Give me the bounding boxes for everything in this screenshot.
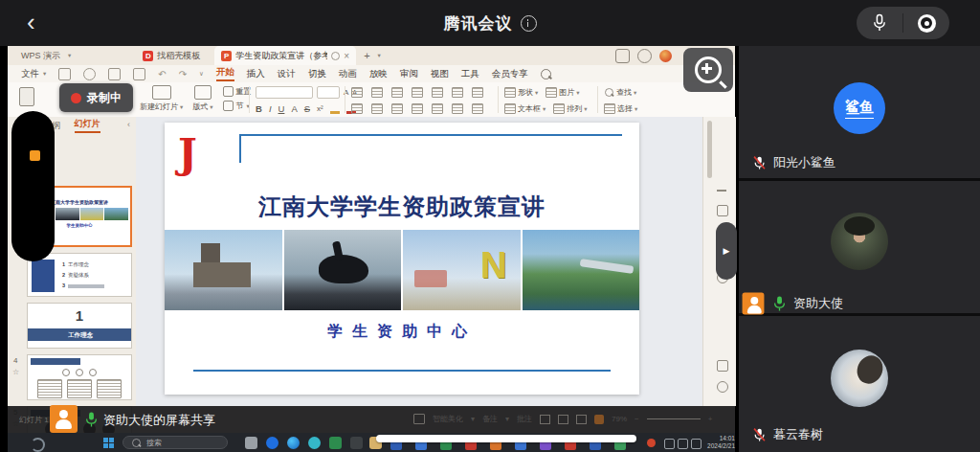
floating-widget-overlay[interactable] xyxy=(11,111,55,261)
tab-presentation[interactable]: P 学生资助政策宣讲（参考资料 × xyxy=(214,46,356,65)
shapes-button[interactable]: 形状 ▾ xyxy=(504,87,538,98)
start-button[interactable] xyxy=(103,438,114,448)
app-caret-icon[interactable]: ▾ xyxy=(68,52,71,59)
current-slide[interactable]: J 江南大学学生资助政策宣讲 N xyxy=(165,123,639,395)
italic-button[interactable]: I xyxy=(269,103,272,114)
superscript-button[interactable]: x² xyxy=(317,104,323,113)
taskbar-search[interactable]: 搜索 xyxy=(122,436,228,449)
zoom-magnifier-button[interactable] xyxy=(683,48,733,92)
menu-tools[interactable]: 工具 xyxy=(461,68,479,80)
menu-insert[interactable]: 插入 xyxy=(247,68,265,80)
app-icon-green[interactable] xyxy=(329,437,342,449)
info-icon[interactable] xyxy=(521,15,537,32)
tab-slides[interactable]: 幻灯片 xyxy=(75,118,100,133)
mic-button[interactable] xyxy=(857,13,902,33)
save-icon[interactable] xyxy=(58,68,71,80)
panel-collapse-icon[interactable]: ‹ xyxy=(127,120,130,129)
quickbar-caret-icon[interactable]: ∨ xyxy=(199,70,204,78)
columns-icon[interactable] xyxy=(472,87,483,98)
spacing-icon[interactable] xyxy=(432,87,443,98)
normal-view-icon[interactable] xyxy=(540,415,550,424)
rail-properties-icon[interactable] xyxy=(717,205,728,216)
align-center-icon[interactable] xyxy=(371,103,383,114)
user-avatar[interactable] xyxy=(659,50,672,62)
beautify-icon[interactable] xyxy=(413,414,425,424)
slide-thumb-3[interactable]: 1 工作理念 xyxy=(27,303,132,349)
paste-button[interactable] xyxy=(19,87,34,110)
text-direction-icon[interactable] xyxy=(452,87,463,98)
cloud-icon[interactable] xyxy=(133,68,145,80)
file-menu[interactable]: 文件 xyxy=(21,68,39,80)
reset-button[interactable]: 重置 xyxy=(223,86,252,97)
bullets-icon[interactable] xyxy=(351,87,363,98)
new-slide-button[interactable]: 新建幻灯片 ▾ xyxy=(140,85,183,112)
zoom-out-icon[interactable]: − xyxy=(635,415,639,423)
pen-icon[interactable] xyxy=(691,439,702,449)
menu-review[interactable]: 审阅 xyxy=(400,68,418,80)
widgets-icon[interactable] xyxy=(31,438,45,452)
redo-icon[interactable]: ↷ xyxy=(179,69,187,79)
menu-design[interactable]: 设计 xyxy=(278,68,296,80)
notes-label[interactable]: 备注 xyxy=(482,414,498,424)
zoom-in-icon[interactable]: + xyxy=(708,415,713,423)
print-icon[interactable] xyxy=(108,68,121,80)
edge-icon[interactable] xyxy=(287,437,300,449)
undo-icon[interactable]: ↶ xyxy=(158,69,166,79)
indent-icon[interactable] xyxy=(412,87,423,98)
highlight-color-button[interactable] xyxy=(330,102,340,114)
tablist-caret-icon[interactable]: ▾ xyxy=(378,52,381,59)
tab-docer[interactable]: D 找稻壳模板 xyxy=(136,46,207,65)
recording-badge[interactable]: 录制中 xyxy=(59,83,133,112)
align-right-icon[interactable] xyxy=(391,103,403,114)
wifi-icon[interactable] xyxy=(664,439,675,449)
distribute-icon[interactable] xyxy=(432,103,443,114)
tray-app-icon[interactable] xyxy=(647,439,656,447)
app-icon-dark[interactable] xyxy=(350,437,363,449)
section-button[interactable]: 节 ▾ xyxy=(223,101,252,111)
globe-icon[interactable] xyxy=(637,49,652,63)
slide-thumb-4[interactable] xyxy=(27,354,132,400)
read-view-icon[interactable] xyxy=(576,415,587,424)
menu-member[interactable]: 会员专享 xyxy=(492,68,528,80)
arrange-button[interactable]: 排列 ▾ xyxy=(553,103,587,114)
select-button[interactable]: 选择 ▾ xyxy=(604,103,637,114)
floating-toolbar-pill[interactable] xyxy=(376,435,636,442)
layout-button[interactable]: 版式 ▾ xyxy=(192,85,212,112)
numbering-icon[interactable] xyxy=(371,87,383,98)
line-spacing-icon[interactable] xyxy=(452,103,463,114)
underline-button[interactable]: U xyxy=(278,103,285,114)
menu-transition[interactable]: 切换 xyxy=(308,68,326,80)
play-slideshow-icon[interactable] xyxy=(594,415,604,424)
slide-thumb-2[interactable]: 1工作理念 2资助体系 3 xyxy=(27,253,132,297)
menu-slideshow[interactable]: 放映 xyxy=(369,68,388,80)
app-icon-blue[interactable] xyxy=(266,437,278,449)
textbox-button[interactable]: 文本框 ▾ xyxy=(504,103,546,114)
output-icon[interactable] xyxy=(83,68,96,80)
taskbar-clock[interactable]: 14:01 2024/2/21 xyxy=(702,435,735,450)
picture-button[interactable]: 图片 ▾ xyxy=(546,87,579,98)
beautify-label[interactable]: 智能美化 xyxy=(433,414,463,424)
device-sync-icon[interactable] xyxy=(615,49,630,63)
record-button[interactable] xyxy=(903,14,949,33)
char-button[interactable]: A xyxy=(291,103,297,114)
taskview-icon[interactable] xyxy=(245,437,257,449)
font-size-select[interactable] xyxy=(317,86,340,99)
menu-view[interactable]: 视图 xyxy=(431,68,449,80)
volume-icon[interactable] xyxy=(678,439,688,449)
thumb4-star-icon[interactable]: ☆ xyxy=(12,368,19,376)
justify-icon[interactable] xyxy=(412,103,423,114)
app-icon-teal[interactable] xyxy=(308,437,321,449)
font-family-select[interactable] xyxy=(256,86,313,99)
menubar-search-icon[interactable] xyxy=(541,69,551,79)
strike-button[interactable]: S xyxy=(304,103,310,114)
outdent-icon[interactable] xyxy=(391,87,403,98)
menu-animation[interactable]: 动画 xyxy=(339,68,357,80)
canvas-scrollbar[interactable] xyxy=(707,121,712,178)
rail-chart-icon[interactable] xyxy=(717,360,728,372)
menu-home[interactable]: 开始 xyxy=(216,66,234,81)
align-left-icon[interactable] xyxy=(351,103,363,114)
tab-close-icon[interactable]: × xyxy=(344,51,349,61)
new-tab-button[interactable]: + xyxy=(364,50,369,61)
comment-label[interactable]: 批注 xyxy=(517,414,532,424)
bold-button[interactable]: B xyxy=(256,103,262,114)
